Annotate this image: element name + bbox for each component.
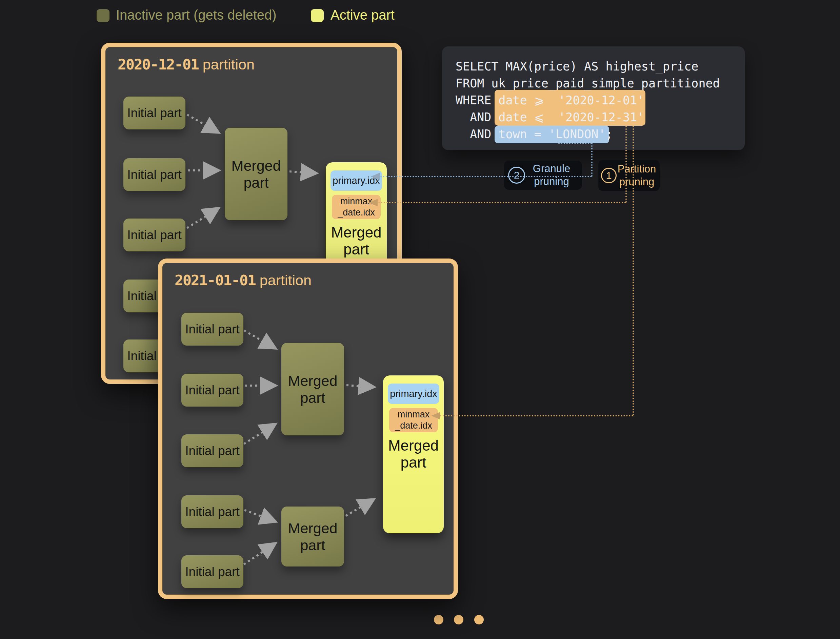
minmax-chip-line1: minmax	[398, 409, 430, 420]
sql-and-keyword: AND	[456, 110, 498, 124]
panel-title-date: 2021-01-01	[175, 272, 256, 289]
primary-idx-chip: primary.idx	[388, 383, 439, 404]
initial-part-box: Initial part	[181, 434, 243, 467]
merged-part-box: Merged part	[281, 343, 344, 436]
sql-line-where: WHERE date ⩾ '2020-12-01'	[456, 92, 745, 109]
granule-pruning-line1: Granule	[533, 163, 570, 175]
sql-code-block: SELECT MAX(price) AS highest_price FROM …	[442, 46, 745, 150]
sql-line-and-town: AND town = 'LONDON';	[456, 126, 745, 143]
legend-label-active-part: Active part	[330, 8, 395, 22]
granule-pruning-badge: 2 Granulepruning	[504, 161, 582, 190]
minmax-chip-line1: minmax	[340, 196, 373, 207]
circled-number-2: 2	[508, 167, 525, 184]
initial-part-box: Initial part	[181, 555, 243, 588]
granule-pruning-connector-under	[558, 143, 592, 144]
granule-pruning-line2: pruning	[534, 175, 569, 188]
sql-where-keyword: WHERE	[456, 94, 498, 107]
minmax-chip-line2: _date.idx	[338, 207, 375, 218]
partition-pruning-diagram: Inactive part (gets deleted) Active part…	[0, 0, 840, 639]
partition-pruning-arrowhead-1	[369, 199, 378, 206]
merged-part-box: Merged part	[225, 128, 287, 220]
minmax-date-idx-chip: minmax _date.idx	[389, 408, 438, 432]
active-merged-part-label: Merged part	[326, 224, 387, 258]
partition-pruning-arrowhead-2	[431, 412, 440, 420]
granule-pruning-arrowhead	[371, 173, 380, 180]
initial-part-box: Initial part	[181, 374, 243, 407]
initial-part-box: Initial part	[181, 313, 243, 346]
panel-title: 2021-01-01 partition	[175, 272, 311, 289]
sql-line-select: SELECT MAX(price) AS highest_price	[456, 58, 745, 75]
partition-pruning-badge: 1 Partitionpruning	[598, 160, 660, 191]
initial-part-box: Initial part	[123, 219, 185, 251]
initial-part-box: Initial part	[181, 495, 243, 528]
sql-code: SELECT MAX(price) AS highest_price FROM …	[442, 46, 745, 150]
legend-swatch-inactive-part	[97, 9, 110, 22]
granule-pruning-connector-vertical	[591, 143, 593, 176]
sql-line-from: FROM uk_price_paid_simple_partitioned	[456, 75, 745, 92]
panel-title-date: 2020-12-01	[118, 56, 199, 73]
sql-and-keyword: AND	[456, 127, 498, 141]
sql-date-gte-condition: date ⩾ '2020-12-01'	[498, 94, 644, 107]
legend-swatch-active-part	[311, 9, 324, 22]
granule-pruning-connector-horizontal	[380, 176, 592, 177]
carousel-dot-2[interactable]	[454, 615, 464, 625]
partition-panel-2021-01-01: 2021-01-01 partition Initial part Initia…	[158, 259, 458, 599]
sql-line-and-date: AND date ⩽ '2020-12-31'	[456, 109, 745, 126]
active-merged-part: primary.idx minmax _date.idx Merged part	[383, 375, 444, 533]
circled-number-1: 1	[601, 168, 617, 183]
sql-town-condition: town = 'LONDON'	[498, 127, 606, 141]
partition-pruning-line2: pruning	[619, 176, 654, 188]
initial-part-box: Initial part	[123, 158, 185, 191]
partition-pruning-label: Partitionpruning	[617, 163, 657, 188]
sql-terminator: ;	[606, 127, 613, 141]
partition-pruning-line1: Partition	[618, 163, 656, 175]
minmax-date-idx-chip: minmax _date.idx	[332, 195, 381, 219]
initial-part-box: Initial part	[123, 97, 185, 129]
partition-pruning-connector-vertical-2	[633, 126, 634, 416]
partition-pruning-connector-horizontal-2	[440, 415, 633, 416]
legend-label-inactive-part: Inactive part (gets deleted)	[116, 8, 277, 22]
panel-title-suffix: partition	[199, 56, 255, 73]
partition-pruning-connector-horizontal-1	[378, 202, 626, 203]
active-merged-part-label: Merged part	[383, 437, 444, 471]
carousel-dot-3[interactable]	[474, 615, 484, 625]
partition-pruning-connector-vertical-1	[625, 126, 627, 203]
minmax-chip-line2: _date.idx	[395, 420, 432, 431]
merged-part-box: Merged part	[281, 507, 344, 566]
panel-title-suffix: partition	[256, 272, 311, 288]
carousel-dot-1[interactable]	[434, 615, 443, 625]
granule-pruning-label: Granulepruning	[525, 162, 578, 188]
sql-date-lte-condition: date ⩽ '2020-12-31'	[498, 110, 644, 124]
panel-title: 2020-12-01 partition	[118, 56, 255, 73]
